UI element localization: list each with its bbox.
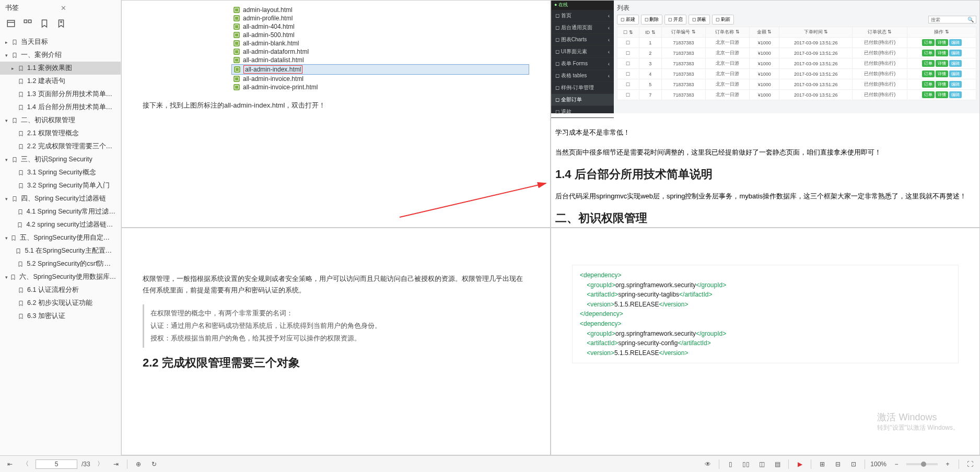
tree-node[interactable]: 1.3 页面部分所用技术简单说明	[0, 88, 121, 101]
tree-node[interactable]: 6.2 初步实现认证功能	[0, 297, 121, 310]
tree-node[interactable]: 3.1 Spring Security概念	[0, 166, 121, 179]
tree-node[interactable]: ▾五、SpringSecurity使用自定义认证页面	[0, 231, 121, 244]
close-icon[interactable]: ✕	[61, 4, 116, 12]
paragraph: 当然页面中很多细节还是需要花时间调整的，这里我已经提前做好了一套静态页面，咱们直…	[555, 147, 975, 158]
bookmark-add-icon[interactable]	[56, 19, 66, 30]
nav-item[interactable]: ◻ 首页‹	[551, 10, 614, 22]
tree-node[interactable]: ▾三、初识Spring Security	[0, 153, 121, 166]
zoom-in-icon[interactable]: +	[942, 458, 953, 470]
table-row[interactable]: ☐771837383北京一日游¥10002017-03-09 13:51:26已…	[617, 90, 976, 100]
red-arrow-annotation	[394, 178, 551, 220]
page-input[interactable]: 5	[36, 459, 77, 469]
first-page-icon[interactable]: ⇤	[4, 458, 16, 470]
page-bottom-left: 权限管理，一般指根据系统设置的安全规则或者安全策略，用户可以访问而且只能访问自己…	[121, 228, 551, 455]
zoom-level[interactable]: 100%	[870, 461, 886, 468]
heading-1-4: 1.4 后台部分所用技术简单说明	[555, 167, 975, 182]
eye-icon[interactable]: 👁	[702, 458, 714, 470]
toolbar-button[interactable]: ◻ 删除	[641, 15, 663, 25]
zoom-slider[interactable]	[906, 463, 938, 465]
layout-icon-2[interactable]: ⊟	[832, 458, 844, 470]
two-page-icon[interactable]: ◫	[756, 458, 767, 470]
paragraph: 后台代码采用springmvc实现web层，spring控制业务层事务，myba…	[555, 191, 975, 202]
add-page-icon[interactable]: ⊕	[133, 458, 144, 470]
tree-node[interactable]: ▸1.1 案例效果图	[0, 62, 121, 75]
tree-node[interactable]: 2.1 权限管理概念	[0, 127, 121, 140]
tree-node[interactable]: 1.4 后台部分所用技术简单说明	[0, 101, 121, 114]
nav-item[interactable]: ◻ 全部订单	[551, 94, 614, 106]
fullscreen-icon[interactable]: ⛶	[964, 458, 976, 470]
svg-line-3	[400, 183, 546, 217]
nav-item[interactable]: ◻ 退款	[551, 106, 614, 118]
paragraph: 权限管理，一般指根据系统设置的安全规则或者安全策略，用户可以访问而且只能访问自己…	[143, 273, 529, 296]
tree-node[interactable]: 1.2 建表语句	[0, 75, 121, 88]
file-row[interactable]: all-admin-datalist.html	[231, 56, 529, 64]
nav-item[interactable]: ◻ 样例-订单管理	[551, 82, 614, 94]
tree-node[interactable]: ▾六、SpringSecurity使用数据库数据完成认证	[0, 270, 121, 284]
search-input[interactable]	[929, 16, 965, 23]
file-row[interactable]: admin-profile.html	[231, 14, 529, 22]
file-row[interactable]: all-admin-invoice-print.html	[231, 83, 529, 91]
file-list: admin-layout.htmladmin-profile.htmlall-a…	[231, 6, 529, 91]
heading-2: 二、初识权限管理	[555, 210, 975, 226]
bookmarks-tree[interactable]: ▸当天目标▾一、案例介绍▸1.1 案例效果图1.2 建表语句1.3 页面部分所用…	[0, 36, 121, 455]
code-block: <dependency> <groupId>org.springframewor…	[572, 265, 959, 363]
tree-node[interactable]: ▾二、初识权限管理	[0, 114, 121, 127]
bookmark-icon[interactable]	[40, 19, 49, 30]
bookmarks-panel: 书签 ✕ ▸当天目标▾一、案例介绍▸1.1 案例效果图1.2 建表语句1.3 页…	[0, 0, 121, 455]
svg-rect-0	[7, 20, 15, 27]
last-page-icon[interactable]: ⇥	[110, 458, 122, 470]
tree-node[interactable]: ▾四、Spring Security过滤器链	[0, 192, 121, 205]
book-icon[interactable]: ▤	[772, 458, 783, 470]
file-row[interactable]: all-admin-index.html	[231, 64, 529, 75]
table-toolbar: ◻ 新建◻ 删除◻ 开启◻ 屏蔽◻ 刷新 🔍	[617, 15, 976, 25]
outline-icon[interactable]	[6, 19, 16, 30]
file-row[interactable]: all-admin-blank.html	[231, 39, 529, 48]
tree-node[interactable]: 5.1 在SpringSecurity主配置文件中指定认证页面配置信息	[0, 244, 121, 257]
file-row[interactable]: admin-layout.html	[231, 6, 529, 14]
page-total: /33	[81, 461, 90, 468]
layout-icon-3[interactable]: ⊡	[848, 458, 859, 470]
tree-node[interactable]: 6.1 认证流程分析	[0, 284, 121, 297]
next-page-icon[interactable]: 〉	[95, 458, 106, 470]
single-page-icon[interactable]: ▯	[725, 458, 736, 470]
zoom-out-icon[interactable]: −	[891, 458, 902, 470]
tree-node[interactable]: 3.2 Spring Security简单入门	[0, 179, 121, 192]
toolbar-button[interactable]: ◻ 新建	[617, 15, 639, 25]
tree-node[interactable]: 4.1 Spring Security常用过滤器介绍	[0, 205, 121, 218]
nav-item[interactable]: ◻ 表格 tables‹	[551, 70, 614, 82]
nav-item[interactable]: ◻ 图表Charts‹	[551, 34, 614, 46]
search-box[interactable]: 🔍	[928, 16, 976, 23]
prev-page-icon[interactable]: 〈	[20, 458, 31, 470]
table-row[interactable]: ☐571837383北京一日游¥10002017-03-09 13:51:26已…	[617, 79, 976, 90]
tree-node[interactable]: 2.2 完成权限管理需要三个对象	[0, 140, 121, 153]
continuous-icon[interactable]: ▯▯	[740, 458, 752, 470]
orders-table: ☐ ⇅ID ⇅订单编号 ⇅订单名称 ⇅金额 ⇅下单时间 ⇅订单状态 ⇅操作 ⇅☐…	[617, 27, 976, 100]
paragraph: 学习成本是不是非常低！	[555, 127, 975, 138]
tree-node[interactable]: 4.2 spring security过滤器链加载原理	[0, 218, 121, 231]
file-row[interactable]: all-admin-dataform.html	[231, 48, 529, 56]
nav-item[interactable]: ◻ 后台通用页面‹	[551, 22, 614, 34]
table-row[interactable]: ☐371837383北京一日游¥10002017-03-09 13:51:26已…	[617, 58, 976, 69]
table-row[interactable]: ☐471837383北京一日游¥10002017-03-09 13:51:26已…	[617, 69, 976, 79]
file-row[interactable]: all-admin-500.html	[231, 31, 529, 39]
toolbar-button[interactable]: ◻ 开启	[664, 15, 686, 25]
search-icon[interactable]: 🔍	[965, 16, 976, 23]
nav-item[interactable]: ◻ 表单 Forms‹	[551, 58, 614, 70]
thumbnails-icon[interactable]	[23, 19, 32, 30]
toolbar-button[interactable]: ◻ 刷新	[712, 15, 734, 25]
heading-2-2: 2.2 完成权限管理需要三个对象	[143, 355, 529, 371]
paragraph: 接下来，找到上图所标注的all-admin-index.html，双击打开！	[143, 100, 529, 111]
tree-node[interactable]: 5.2 SpringSecurity的csrf防护机制	[0, 257, 121, 270]
file-row[interactable]: all-admin-404.html	[231, 22, 529, 31]
file-row[interactable]: all-admin-invoice.html	[231, 75, 529, 83]
play-icon[interactable]: ▶	[794, 458, 806, 470]
toolbar-button[interactable]: ◻ 屏蔽	[689, 15, 710, 25]
tree-node[interactable]: ▸当天目标	[0, 36, 121, 49]
table-row[interactable]: ☐171837383北京一日游¥10002017-03-09 13:51:26已…	[617, 38, 976, 48]
tree-node[interactable]: ▾一、案例介绍	[0, 49, 121, 62]
nav-item[interactable]: ◻ UI界面元素‹	[551, 46, 614, 58]
layout-icon-1[interactable]: ⊞	[816, 458, 828, 470]
rotate-icon[interactable]: ↻	[148, 458, 160, 470]
table-row[interactable]: ☐271837383北京一日游¥10002017-03-09 13:51:26已…	[617, 48, 976, 58]
tree-node[interactable]: 6.3 加密认证	[0, 310, 121, 323]
